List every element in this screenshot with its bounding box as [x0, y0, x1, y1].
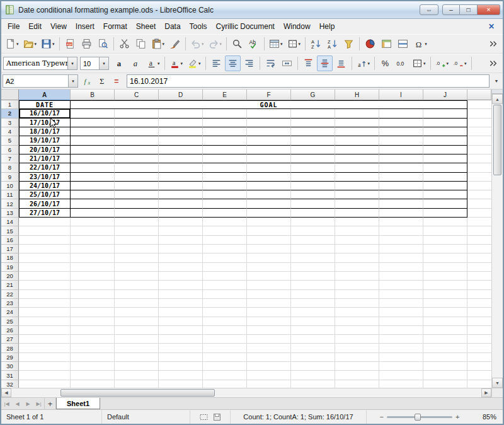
cell-J11[interactable] [423, 190, 467, 199]
cell-E17[interactable] [203, 245, 247, 253]
cell-E29[interactable] [203, 353, 247, 362]
cell-F28[interactable] [247, 344, 291, 352]
zoom-slider[interactable]: − + [367, 410, 472, 424]
row-header-26[interactable]: 26 [1, 326, 19, 335]
cell-C32[interactable] [115, 380, 159, 388]
cell-E24[interactable] [203, 308, 247, 317]
row-header-10[interactable]: 10 [1, 182, 19, 190]
row-header-31[interactable]: 31 [1, 371, 19, 380]
toolbar-overflow-button[interactable] [485, 36, 501, 52]
cell-D14[interactable] [159, 218, 203, 226]
cell-J8[interactable] [423, 163, 467, 172]
cell-G24[interactable] [291, 308, 335, 317]
cell-F22[interactable] [247, 290, 291, 299]
zoom-in-icon[interactable]: + [455, 413, 459, 421]
cell-F26[interactable] [247, 326, 291, 335]
scroll-down-icon[interactable]: ▼ [492, 378, 503, 388]
cell-F24[interactable] [247, 308, 291, 317]
font-name-combobox[interactable]: American Typewri ▾ [3, 57, 77, 70]
cell-I29[interactable] [379, 353, 423, 362]
cell-D13[interactable] [159, 209, 203, 218]
row-header-30[interactable]: 30 [1, 362, 19, 371]
cell-B23[interactable] [71, 299, 115, 308]
cell-J16[interactable] [423, 236, 467, 245]
cell-G30[interactable] [291, 362, 335, 371]
cell-C29[interactable] [115, 353, 159, 362]
cell-D31[interactable] [159, 371, 203, 380]
underline-button[interactable]: a▾ [144, 55, 162, 71]
cell-J17[interactable] [423, 245, 467, 253]
cell-I21[interactable] [379, 281, 423, 289]
horizontal-scrollbar-thumb[interactable] [60, 389, 215, 397]
row-header-21[interactable]: 21 [1, 281, 19, 289]
column-header-C[interactable]: C [115, 90, 159, 100]
cell-G21[interactable] [291, 281, 335, 289]
cell-A30[interactable] [19, 362, 71, 371]
cell-H20[interactable] [335, 272, 379, 281]
cell-A15[interactable] [19, 226, 71, 235]
cell-A9[interactable]: 23/10/17 [19, 173, 71, 182]
cell-H23[interactable] [335, 299, 379, 308]
cell-F27[interactable] [247, 335, 291, 344]
cell-E31[interactable] [203, 371, 247, 380]
cell-E18[interactable] [203, 253, 247, 262]
scroll-left-icon[interactable]: ◀ [1, 388, 11, 397]
zoom-out-icon[interactable]: − [380, 413, 384, 421]
cell-H4[interactable] [335, 127, 379, 136]
first-sheet-icon[interactable]: |◀ [1, 398, 12, 409]
cell-G8[interactable] [291, 163, 335, 172]
spelling-button[interactable]: Ab [246, 36, 261, 52]
cell-I28[interactable] [379, 344, 423, 352]
formula-input[interactable] [127, 74, 490, 88]
cell-J4[interactable] [423, 127, 467, 136]
cell-G14[interactable] [291, 218, 335, 226]
cell-B24[interactable] [71, 308, 115, 317]
zoom-level[interactable]: 85% [472, 410, 503, 424]
maximize-button[interactable]: □ [460, 4, 478, 15]
cell-D20[interactable] [159, 272, 203, 281]
copy-button[interactable] [133, 36, 149, 52]
cell-I6[interactable] [379, 146, 423, 154]
cell-E21[interactable] [203, 281, 247, 289]
cell-G28[interactable] [291, 344, 335, 352]
cell-H18[interactable] [335, 253, 379, 262]
format-number-button[interactable]: 0.0 [394, 55, 410, 71]
cell-B5[interactable] [71, 136, 115, 145]
dropdown-arrow-icon[interactable]: ▾ [299, 42, 301, 47]
cell-H14[interactable] [335, 218, 379, 226]
cell-H32[interactable] [335, 380, 379, 388]
cell-G29[interactable] [291, 353, 335, 362]
column-header-E[interactable]: E [203, 90, 247, 100]
row-header-13[interactable]: 13 [1, 209, 19, 218]
cell-D12[interactable] [159, 199, 203, 208]
cell-A19[interactable] [19, 263, 71, 272]
cell-F25[interactable] [247, 317, 291, 326]
cell-J25[interactable] [423, 317, 467, 326]
name-box[interactable]: A2 ▾ [3, 74, 78, 88]
cell-A22[interactable] [19, 290, 71, 299]
cell-B31[interactable] [71, 371, 115, 380]
row-header-27[interactable]: 27 [1, 335, 19, 344]
cell-B18[interactable] [71, 253, 115, 262]
selection-mode-icon[interactable] [200, 413, 208, 421]
row-header-18[interactable]: 18 [1, 253, 19, 262]
cell-I18[interactable] [379, 253, 423, 262]
format-percent-button[interactable]: % [377, 55, 393, 71]
cell-D7[interactable] [159, 154, 203, 163]
cell-F2[interactable] [247, 109, 291, 118]
cell-D28[interactable] [159, 344, 203, 352]
cell-C16[interactable] [115, 236, 159, 245]
cell-F16[interactable] [247, 236, 291, 245]
pivot-table-button[interactable] [379, 36, 394, 52]
cell-E26[interactable] [203, 326, 247, 335]
cell-C4[interactable] [115, 127, 159, 136]
cell-E6[interactable] [203, 146, 247, 154]
cell-C7[interactable] [115, 154, 159, 163]
cell-I20[interactable] [379, 272, 423, 281]
cell-C2[interactable] [115, 109, 159, 118]
cell-H3[interactable] [335, 119, 379, 127]
cell-A26[interactable] [19, 326, 71, 335]
cell-F15[interactable] [247, 226, 291, 235]
row-header-3[interactable]: 3 [1, 119, 19, 127]
cell-A20[interactable] [19, 272, 71, 281]
